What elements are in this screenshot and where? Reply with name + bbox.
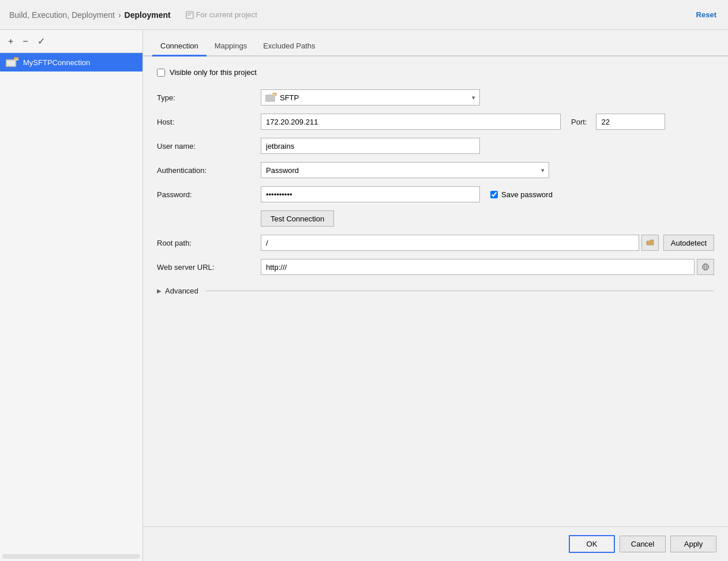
- auth-select[interactable]: Password Key pair (OpenSSH or PuTTY) Ope…: [261, 162, 549, 178]
- svg-text:SFTP: SFTP: [14, 58, 18, 61]
- host-control: Port:: [261, 114, 714, 130]
- form-area: Visible only for this project Type: SFTP: [143, 57, 728, 526]
- project-icon: [186, 11, 194, 19]
- save-password-wrap: Save password: [490, 190, 553, 199]
- host-input[interactable]: [261, 114, 561, 130]
- tab-mappings[interactable]: Mappings: [207, 36, 255, 57]
- web-server-url-label: Web server URL:: [157, 263, 261, 272]
- tab-excluded-paths[interactable]: Excluded Paths: [255, 36, 323, 57]
- host-row: Host: Port:: [157, 114, 714, 130]
- host-label: Host:: [157, 118, 261, 126]
- test-connection-button[interactable]: Test Connection: [261, 210, 334, 227]
- visible-only-label: Visible only for this project: [170, 68, 257, 77]
- breadcrumb: Build, Execution, Deployment › Deploymen…: [9, 10, 694, 20]
- save-password-label: Save password: [501, 190, 553, 199]
- advanced-divider: [205, 291, 714, 291]
- folder-browse-button[interactable]: [641, 235, 659, 251]
- web-server-url-input[interactable]: [261, 259, 695, 275]
- bottom-bar: OK Cancel Apply: [143, 526, 728, 561]
- username-input[interactable]: [261, 138, 480, 154]
- sidebar-item-label: MySFTPConnection: [23, 58, 90, 67]
- folder-icon: [646, 239, 654, 246]
- tab-connection[interactable]: Connection: [152, 36, 207, 57]
- web-server-url-row: Web server URL:: [157, 259, 714, 275]
- type-row: Type: SFTP SFTP FTP: [157, 89, 714, 106]
- password-label: Password:: [157, 190, 261, 199]
- reset-button[interactable]: Reset: [694, 9, 719, 20]
- breadcrumb-chevron: ›: [118, 10, 121, 20]
- auth-control: Password Key pair (OpenSSH or PuTTY) Ope…: [261, 162, 714, 178]
- sftp-icon: SFTP: [6, 57, 18, 67]
- globe-icon: [701, 263, 710, 271]
- auth-select-wrap: Password Key pair (OpenSSH or PuTTY) Ope…: [261, 162, 549, 178]
- username-control: [261, 138, 714, 154]
- web-url-control: [261, 259, 714, 275]
- advanced-section: ▶ Advanced: [157, 287, 714, 295]
- root-path-input[interactable]: [261, 235, 639, 251]
- autodetect-button[interactable]: Autodetect: [663, 235, 714, 251]
- password-input[interactable]: [261, 186, 480, 202]
- type-select-wrap: SFTP SFTP FTP FTPS ▾: [261, 89, 480, 106]
- check-button[interactable]: ✓: [35, 35, 47, 48]
- cancel-button[interactable]: Cancel: [620, 536, 666, 552]
- sidebar: + − ✓ SFTP MySFTPConnection: [0, 30, 143, 561]
- advanced-toggle-button[interactable]: ▶ Advanced: [157, 287, 198, 295]
- save-password-checkbox[interactable]: [490, 191, 498, 198]
- sidebar-item-mysftp[interactable]: SFTP MySFTPConnection: [0, 53, 142, 71]
- breadcrumb-part1: Build, Execution, Deployment: [9, 10, 115, 20]
- port-label: Port:: [571, 118, 587, 126]
- username-label: User name:: [157, 142, 261, 150]
- svg-rect-4: [7, 61, 15, 66]
- root-path-label: Root path:: [157, 239, 261, 247]
- password-row: Password: Save password: [157, 186, 714, 202]
- root-path-row: Root path: Autodetect: [157, 235, 714, 251]
- advanced-label: Advanced: [165, 287, 198, 295]
- remove-button[interactable]: −: [20, 35, 30, 48]
- root-path-control: Autodetect: [261, 235, 714, 251]
- sidebar-toolbar: + − ✓: [0, 30, 142, 53]
- port-input[interactable]: [596, 114, 665, 130]
- apply-button[interactable]: Apply: [670, 536, 716, 552]
- auth-row: Authentication: Password Key pair (OpenS…: [157, 162, 714, 178]
- auth-label: Authentication:: [157, 166, 261, 175]
- project-note: For current project: [186, 10, 257, 19]
- test-connection-row: Test Connection: [261, 210, 714, 227]
- sidebar-scrollbar[interactable]: [2, 554, 140, 559]
- username-row: User name:: [157, 138, 714, 154]
- ok-button[interactable]: OK: [569, 535, 615, 553]
- tabs-bar: Connection Mappings Excluded Paths: [143, 30, 728, 57]
- content-area: Connection Mappings Excluded Paths Visib…: [143, 30, 728, 561]
- password-control: Save password: [261, 186, 714, 202]
- sidebar-items: SFTP MySFTPConnection: [0, 53, 142, 552]
- main-layout: + − ✓ SFTP MySFTPConnection Connection: [0, 30, 728, 561]
- add-button[interactable]: +: [6, 35, 16, 48]
- title-bar: Build, Execution, Deployment › Deploymen…: [0, 0, 728, 30]
- type-select[interactable]: SFTP FTP FTPS: [261, 89, 480, 106]
- breadcrumb-part2: Deployment: [125, 10, 171, 20]
- visible-only-checkbox[interactable]: [157, 69, 165, 77]
- advanced-chevron-icon: ▶: [157, 288, 162, 294]
- open-browser-button[interactable]: [697, 259, 714, 275]
- visible-only-row: Visible only for this project: [157, 68, 714, 77]
- type-label: Type:: [157, 93, 261, 102]
- type-control: SFTP SFTP FTP FTPS ▾: [261, 89, 714, 106]
